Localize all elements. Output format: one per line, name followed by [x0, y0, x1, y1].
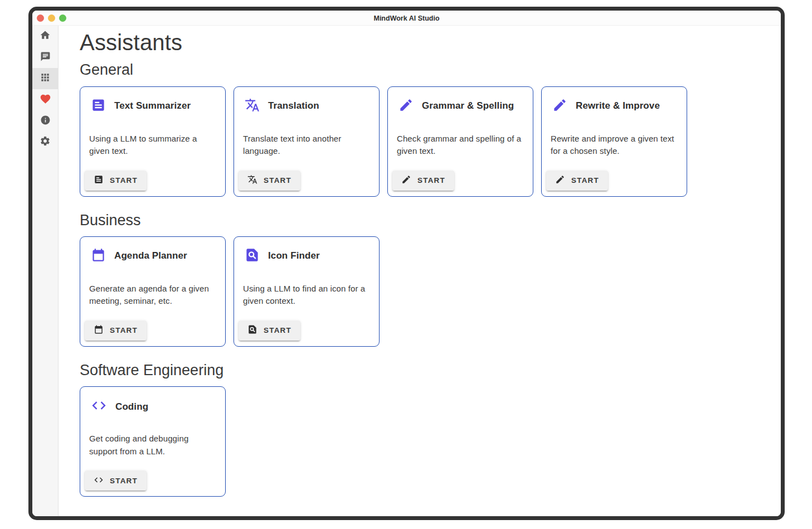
- card-grammar-spelling: Grammar & Spelling Check grammar and spe…: [387, 86, 533, 197]
- start-grammar-spelling-button[interactable]: START: [392, 171, 454, 191]
- heart-icon: [40, 93, 51, 107]
- cards-row-business: Agenda Planner Generate an agenda for a …: [80, 236, 770, 347]
- sidebar-item-home[interactable]: [32, 26, 58, 47]
- card-description: Rewrite and improve a given text for a c…: [551, 133, 679, 158]
- main-content: Assistants General Text Summarizer Using…: [59, 26, 781, 520]
- sidebar-item-supporters[interactable]: [32, 89, 58, 110]
- calendar-icon: [94, 324, 104, 336]
- gear-icon: [40, 135, 51, 149]
- card-agenda-planner: Agenda Planner Generate an agenda for a …: [80, 236, 226, 347]
- info-icon: [40, 115, 51, 128]
- sidebar-nav: [32, 26, 59, 520]
- start-text-summarizer-button[interactable]: START: [85, 171, 147, 191]
- code-icon: [91, 397, 107, 416]
- calendar-icon: [91, 247, 106, 265]
- icon-search-icon: [247, 324, 257, 336]
- card-text-summarizer: Text Summarizer Using a LLM to summarize…: [80, 86, 226, 197]
- card-rewrite-improve: Rewrite & Improve Rewrite and improve a …: [541, 86, 687, 197]
- start-coding-button[interactable]: START: [85, 470, 147, 491]
- translate-icon: [247, 174, 257, 186]
- card-title: Text Summarizer: [114, 100, 191, 111]
- translate-icon: [245, 98, 260, 115]
- card-description: Using a LLM to find an icon for a given …: [243, 283, 371, 308]
- card-title: Translation: [268, 100, 319, 111]
- start-rewrite-improve-button[interactable]: START: [546, 171, 608, 191]
- card-coding: Coding Get coding and debugging support …: [80, 386, 226, 497]
- sidebar-item-settings[interactable]: [32, 132, 58, 153]
- start-translation-button[interactable]: START: [239, 171, 300, 191]
- card-title: Coding: [115, 401, 148, 412]
- card-title: Grammar & Spelling: [422, 100, 514, 111]
- card-description: Using a LLM to summarize a given text.: [89, 133, 217, 158]
- chat-icon: [40, 51, 51, 64]
- section-heading-business: Business: [80, 211, 770, 229]
- cards-row-general: Text Summarizer Using a LLM to summarize…: [80, 86, 770, 197]
- sidebar-item-assistants[interactable]: [32, 68, 58, 89]
- document-icon: [91, 98, 106, 115]
- apps-grid-icon: [40, 72, 51, 85]
- screenshot-canvas: MindWork AI Studio: [0, 0, 812, 529]
- card-description: Generate an agenda for a given meeting, …: [89, 283, 217, 308]
- cards-row-software-engineering: Coding Get coding and debugging support …: [80, 386, 770, 497]
- section-heading-software-engineering: Software Engineering: [80, 361, 770, 379]
- page-title: Assistants: [80, 30, 770, 56]
- card-title: Icon Finder: [268, 250, 320, 261]
- start-icon-finder-button[interactable]: START: [239, 321, 300, 341]
- card-title: Agenda Planner: [114, 250, 187, 261]
- title-bar[interactable]: MindWork AI Studio: [32, 11, 781, 26]
- sidebar-item-about[interactable]: [32, 110, 58, 132]
- card-description: Get coding and debugging support from a …: [89, 433, 217, 458]
- window-title: MindWork AI Studio: [32, 11, 781, 26]
- pencil-icon: [555, 174, 565, 186]
- sidebar-item-chats[interactable]: [32, 47, 58, 68]
- card-description: Translate text into another language.: [243, 133, 371, 158]
- app-window: MindWork AI Studio: [28, 7, 785, 520]
- card-description: Check grammar and spelling of a given te…: [397, 133, 525, 158]
- card-icon-finder: Icon Finder Using a LLM to find an icon …: [234, 236, 380, 347]
- card-translation: Translation Translate text into another …: [234, 86, 380, 197]
- home-icon: [40, 30, 51, 43]
- code-icon: [94, 475, 104, 487]
- pencil-icon: [552, 98, 567, 115]
- document-icon: [94, 174, 104, 186]
- pencil-icon: [398, 98, 414, 115]
- start-agenda-planner-button[interactable]: START: [85, 321, 147, 341]
- card-title: Rewrite & Improve: [576, 100, 660, 111]
- section-heading-general: General: [80, 61, 770, 79]
- icon-search-icon: [245, 247, 260, 265]
- pencil-icon: [401, 174, 411, 186]
